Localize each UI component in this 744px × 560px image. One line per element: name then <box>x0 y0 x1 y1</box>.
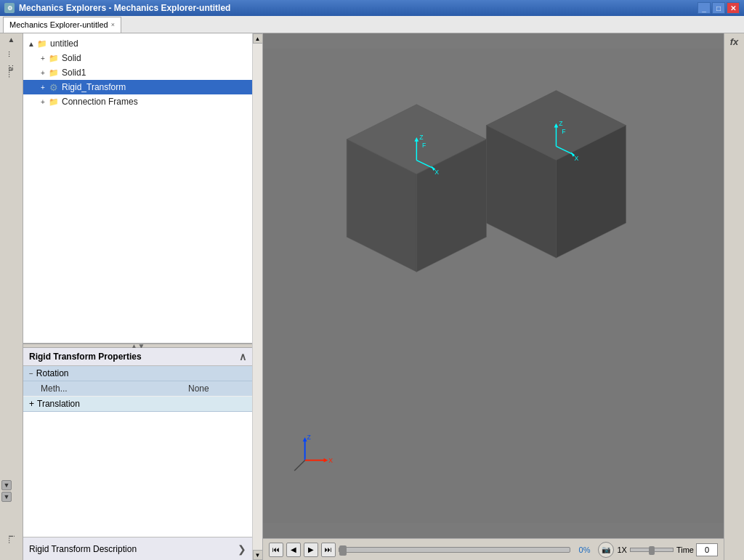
progress-bar[interactable] <box>339 547 570 553</box>
label-solid1: Solid1 <box>62 68 86 78</box>
left-panel-scrollbar[interactable]: ▲ ▼ <box>252 33 262 560</box>
sidebar-left-narrow: ▲ ... :a... i... ▼ ▼ <box>0 33 23 560</box>
icon-solid: 📁 <box>48 52 60 64</box>
skip-to-start-button[interactable]: ⏮ <box>269 543 283 557</box>
rotation-expand-icon: − <box>29 370 33 378</box>
viewport[interactable]: Z X F Z X <box>263 33 724 560</box>
play-button[interactable]: ▶ <box>304 543 318 557</box>
right-sidebar: fx <box>724 33 744 560</box>
app-icon: ⚙ <box>4 3 15 13</box>
tab-label: Mechanics Explorer-untitled <box>9 20 108 29</box>
icon-solid1: 📁 <box>48 67 60 78</box>
expand-solid[interactable]: + <box>38 53 48 63</box>
svg-text:X: X <box>574 155 578 162</box>
expand-rigid-transform[interactable]: + <box>38 82 48 92</box>
expand-connection-frames[interactable]: + <box>38 97 48 107</box>
speed-slider[interactable] <box>630 548 674 552</box>
tree-area: ▲ 📁 untitled + 📁 Solid + <box>23 33 252 344</box>
prop-row-method[interactable]: Meth... None <box>23 381 252 397</box>
speed-section: 1X <box>617 545 673 554</box>
playback-bar: ⏮ ◀ ▶ ⏭ 0% 📷 1X Time <box>263 538 724 560</box>
tab-bar: Mechanics Explorer-untitled × <box>0 16 744 33</box>
camera-button[interactable]: 📷 <box>598 542 614 558</box>
tree-item-connection-frames[interactable]: + 📁 Connection Frames <box>23 94 252 109</box>
window-title: Mechanics Explorers - Mechanics Explorer… <box>19 3 230 13</box>
expand-solid1[interactable]: + <box>38 68 48 78</box>
sidebar-label-a: :a... <box>7 65 16 78</box>
icon-rigid-transform: ⚙ <box>48 81 60 93</box>
svg-text:F: F <box>562 128 565 135</box>
svg-text:Z: Z <box>419 134 423 141</box>
translation-label: Translation <box>37 399 80 409</box>
sidebar-label-i: i... <box>7 535 16 544</box>
tree-item-rigid-transform[interactable]: + ⚙ Rigid_Transform <box>23 80 252 94</box>
progress-percent-label: 0% <box>573 545 595 554</box>
prop-label-method: Meth... <box>41 384 188 394</box>
side-indicator-1[interactable]: ▼ <box>1 480 12 490</box>
prop-value-method: None <box>188 384 246 394</box>
description-label: Rigid Transform Description <box>29 544 137 554</box>
minimize-button[interactable]: _ <box>698 2 711 14</box>
translation-expand-icon: + <box>29 399 34 409</box>
icon-connection-frames: 📁 <box>48 96 60 107</box>
3d-scene: Z X F Z X <box>263 33 724 538</box>
time-input[interactable] <box>696 543 718 556</box>
rotation-section-header[interactable]: − Rotation <box>23 366 252 381</box>
main-layout: ▲ ... :a... i... ▼ ▼ ▲ 📁 untitled <box>0 33 744 560</box>
scrollbar-up-button[interactable]: ▲ <box>253 33 263 44</box>
sidebar-label-dots1: ... <box>7 51 16 57</box>
svg-text:F: F <box>422 142 426 149</box>
translation-section-header[interactable]: + Translation <box>23 397 252 412</box>
scrollbar-down-button[interactable]: ▼ <box>253 550 263 560</box>
rotation-label: Rotation <box>36 368 69 378</box>
svg-text:Z: Z <box>307 434 311 441</box>
left-panel: ▲ 📁 untitled + 📁 Solid + <box>23 33 263 560</box>
label-solid: Solid <box>62 53 81 63</box>
progress-handle[interactable] <box>339 545 347 556</box>
description-expand-button[interactable]: ❯ <box>238 543 246 555</box>
viewport-3d[interactable]: Z X F Z X <box>263 33 724 538</box>
label-untitled: untitled <box>50 38 78 49</box>
properties-title: Rigid Transform Properties <box>29 352 142 362</box>
scrollbar-track[interactable] <box>253 44 263 550</box>
svg-rect-0 <box>263 49 724 523</box>
maximize-button[interactable]: □ <box>712 2 725 14</box>
skip-to-end-button[interactable]: ⏭ <box>321 543 336 557</box>
fx-button[interactable]: fx <box>730 36 739 47</box>
label-connection-frames: Connection Frames <box>62 97 138 107</box>
tree-item-solid1[interactable]: + 📁 Solid1 <box>23 65 252 80</box>
properties-header: Rigid Transform Properties ∧ <box>23 348 252 366</box>
expand-untitled[interactable]: ▲ <box>26 38 36 49</box>
title-bar: ⚙ Mechanics Explorers - Mechanics Explor… <box>0 0 744 16</box>
speed-label: 1X <box>617 545 626 554</box>
tree-item-untitled[interactable]: ▲ 📁 untitled <box>23 36 252 51</box>
svg-text:Z: Z <box>559 120 562 127</box>
close-button[interactable]: ✕ <box>727 2 740 14</box>
tab-close-button[interactable]: × <box>111 21 115 28</box>
side-indicator-2[interactable]: ▼ <box>1 492 12 502</box>
tree-item-solid[interactable]: + 📁 Solid <box>23 51 252 65</box>
icon-untitled: 📁 <box>36 38 48 49</box>
time-section: Time <box>676 543 718 556</box>
label-rigid-transform: Rigid_Transform <box>62 82 126 92</box>
time-label: Time <box>676 545 694 554</box>
properties-panel: Rigid Transform Properties ∧ − Rotation … <box>23 348 252 537</box>
properties-collapse-button[interactable]: ∧ <box>239 351 246 362</box>
svg-text:X: X <box>434 169 439 176</box>
sidebar-collapse-arrow[interactable]: ▲ <box>8 36 15 44</box>
main-tab[interactable]: Mechanics Explorer-untitled × <box>3 17 121 33</box>
svg-text:X: X <box>328 457 333 464</box>
description-panel: Rigid Transform Description ❯ <box>23 537 252 560</box>
step-back-button[interactable]: ◀ <box>286 543 301 557</box>
